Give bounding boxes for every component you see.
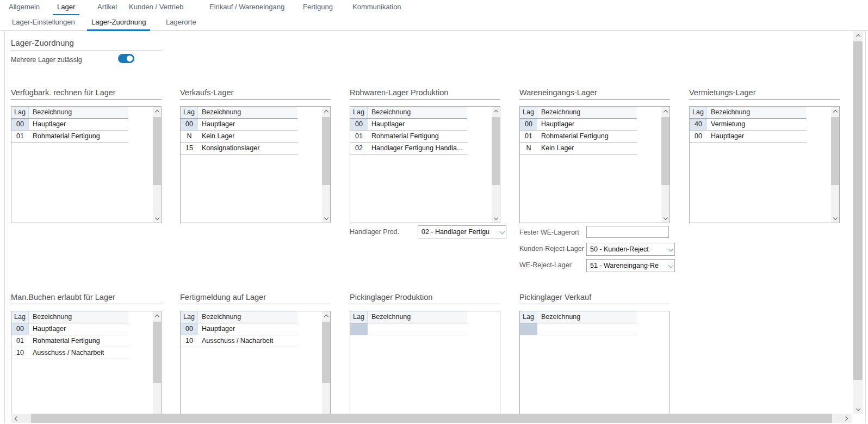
table-row[interactable]: 01Rohmaterial Fertigung bbox=[11, 131, 128, 143]
tab-lager[interactable]: Lager bbox=[53, 0, 79, 15]
column-header-bezeichnung[interactable]: Bezeichnung bbox=[707, 107, 807, 118]
scroll-right-button[interactable] bbox=[841, 414, 852, 423]
list-scrollbar-thumb[interactable] bbox=[153, 322, 161, 383]
column-header-lag[interactable]: Lag bbox=[181, 107, 198, 118]
scroll-up-button[interactable] bbox=[492, 107, 500, 116]
scroll-down-button[interactable] bbox=[661, 213, 669, 223]
scroll-down-button[interactable] bbox=[322, 213, 330, 223]
column-header-lag[interactable]: Lag bbox=[11, 311, 29, 323]
table-row[interactable] bbox=[520, 323, 637, 335]
lag-cell: 01 bbox=[11, 335, 29, 347]
column-header-lag[interactable]: Lag bbox=[350, 107, 368, 118]
scroll-up-button[interactable] bbox=[322, 107, 330, 116]
tab-lager-einstellungen[interactable]: Lager-Einstellungen bbox=[8, 15, 79, 30]
list-scrollbar-thumb[interactable] bbox=[492, 117, 500, 185]
table-row[interactable]: 01Rohmaterial Fertigung bbox=[350, 131, 467, 143]
mehrere-lager-toggle[interactable] bbox=[118, 54, 134, 63]
column-header-lag[interactable]: Lag bbox=[520, 311, 537, 323]
list-scrollbar-thumb[interactable] bbox=[322, 117, 330, 185]
scroll-down-button[interactable] bbox=[153, 213, 161, 223]
list-scrollbar[interactable] bbox=[153, 107, 161, 223]
tab-allgemein[interactable]: Allgemein bbox=[4, 0, 44, 15]
pickinglager-produktion-listbox: LagBezeichnung bbox=[350, 311, 500, 415]
column-header-lag[interactable]: Lag bbox=[11, 107, 29, 118]
man-buchen-erlaubt-listbox: LagBezeichnung00Hauptlager01Rohmaterial … bbox=[11, 311, 162, 415]
column-header-bezeichnung[interactable]: Bezeichnung bbox=[198, 311, 297, 323]
tab-artikel[interactable]: Artikel bbox=[93, 0, 121, 15]
tab-einkauf-wareneingang[interactable]: Einkauf / Wareneingang bbox=[205, 0, 289, 15]
panel-title: Verfügbark. rechnen für Lager bbox=[11, 87, 162, 100]
panel-pickinglager-verkauf: Pickinglager VerkaufLagBezeichnung bbox=[519, 292, 670, 415]
we-reject-lager-label: WE-Reject-Lager bbox=[519, 261, 572, 269]
lag-cell: 01 bbox=[520, 131, 537, 142]
scroll-up-button[interactable] bbox=[831, 107, 839, 116]
table-row[interactable]: 00Hauptlager bbox=[690, 131, 807, 143]
column-header-bezeichnung[interactable]: Bezeichnung bbox=[29, 311, 128, 323]
scroll-left-button[interactable] bbox=[11, 414, 22, 423]
table-row[interactable]: 10Ausschuss / Nacharbeit bbox=[11, 347, 128, 359]
we-reject-lager-dropdown[interactable]: 51 - Wareneingang-Re bbox=[586, 259, 675, 272]
table-row[interactable]: 40Vermietung bbox=[690, 119, 807, 131]
vertical-scrollbar-thumb[interactable] bbox=[853, 41, 863, 380]
table-row[interactable]: NKein Lager bbox=[520, 143, 637, 155]
scroll-down-button[interactable] bbox=[853, 404, 863, 414]
list-scrollbar-thumb[interactable] bbox=[322, 322, 330, 383]
bezeichnung-cell: Rohmaterial Fertigung bbox=[537, 131, 637, 142]
horizontal-scrollbar[interactable] bbox=[11, 414, 852, 423]
column-header-lag[interactable]: Lag bbox=[350, 311, 368, 323]
table-row[interactable]: 00Hauptlager bbox=[350, 119, 467, 131]
chevron-down-icon bbox=[663, 215, 667, 219]
column-header-bezeichnung[interactable]: Bezeichnung bbox=[537, 107, 637, 118]
table-row[interactable]: 00Hauptlager bbox=[181, 119, 297, 131]
kunden-reject-lager-dropdown[interactable]: 50 - Kunden-Reject bbox=[586, 243, 675, 256]
tab-kommunikation[interactable]: Kommunikation bbox=[348, 0, 406, 15]
list-scrollbar[interactable] bbox=[322, 107, 330, 223]
fester-we-lagerort-input[interactable] bbox=[586, 226, 669, 238]
table-row[interactable]: 00Hauptlager bbox=[11, 323, 128, 335]
column-header-bezeichnung[interactable]: Bezeichnung bbox=[368, 311, 467, 323]
table-row[interactable]: 01Rohmaterial Fertigung bbox=[11, 335, 128, 347]
list-scrollbar-thumb[interactable] bbox=[153, 117, 161, 185]
tab-fertigung[interactable]: Fertigung bbox=[299, 0, 337, 15]
column-header-lag[interactable]: Lag bbox=[181, 311, 198, 323]
list-scrollbar-thumb[interactable] bbox=[661, 117, 669, 185]
list-scrollbar-thumb[interactable] bbox=[831, 117, 839, 185]
scroll-down-button[interactable] bbox=[831, 213, 839, 223]
column-header-lag[interactable]: Lag bbox=[520, 107, 537, 118]
table-row[interactable]: 00Hauptlager bbox=[11, 119, 128, 131]
list-scrollbar[interactable] bbox=[831, 107, 839, 223]
list-scrollbar[interactable] bbox=[322, 311, 330, 414]
scroll-down-button[interactable] bbox=[492, 213, 500, 223]
scroll-up-button[interactable] bbox=[153, 311, 161, 321]
scroll-up-button[interactable] bbox=[661, 107, 669, 116]
table-row[interactable]: NKein Lager bbox=[181, 131, 297, 143]
table-row[interactable]: 00Hauptlager bbox=[181, 323, 297, 335]
panel-vermietungs-lager: Vermietungs-LagerLagBezeichnung40Vermiet… bbox=[689, 87, 840, 223]
column-header-bezeichnung[interactable]: Bezeichnung bbox=[368, 107, 467, 118]
list-scrollbar[interactable] bbox=[492, 107, 500, 223]
scroll-up-button[interactable] bbox=[153, 107, 161, 116]
list-scrollbar[interactable] bbox=[661, 107, 669, 223]
handlager-prod-dropdown[interactable]: 02 - Handlager Fertigu bbox=[418, 225, 506, 238]
column-header-bezeichnung[interactable]: Bezeichnung bbox=[537, 311, 637, 323]
primary-tab-bar: AllgemeinLagerArtikelKunden / VertriebEi… bbox=[0, 0, 868, 16]
bezeichnung-cell: Hauptlager bbox=[537, 119, 637, 130]
table-row[interactable]: 15Konsignationslager bbox=[181, 143, 297, 155]
table-row[interactable]: 10Ausschuss / Nacharbeit bbox=[181, 335, 297, 347]
column-header-bezeichnung[interactable]: Bezeichnung bbox=[29, 107, 128, 118]
tab-lager-zuordnung[interactable]: Lager-Zuordnung bbox=[87, 15, 150, 30]
table-row[interactable] bbox=[350, 323, 467, 335]
scroll-up-button[interactable] bbox=[853, 31, 863, 40]
scroll-up-button[interactable] bbox=[322, 311, 330, 321]
horizontal-scrollbar-thumb[interactable] bbox=[31, 414, 832, 423]
tab-kunden-vertrieb[interactable]: Kunden / Vertrieb bbox=[125, 0, 188, 15]
tab-lagerorte[interactable]: Lagerorte bbox=[162, 15, 201, 30]
list-scrollbar[interactable] bbox=[153, 311, 161, 414]
table-row[interactable]: 00Hauptlager bbox=[520, 119, 637, 131]
main-vertical-scrollbar[interactable] bbox=[853, 31, 863, 414]
table-row[interactable]: 01Rohmaterial Fertigung bbox=[520, 131, 637, 143]
column-header-bezeichnung[interactable]: Bezeichnung bbox=[198, 107, 297, 118]
table-row[interactable]: 02Handlager Fertigung Handla... bbox=[350, 143, 467, 155]
chevron-up-icon bbox=[855, 34, 860, 39]
column-header-lag[interactable]: Lag bbox=[690, 107, 707, 118]
